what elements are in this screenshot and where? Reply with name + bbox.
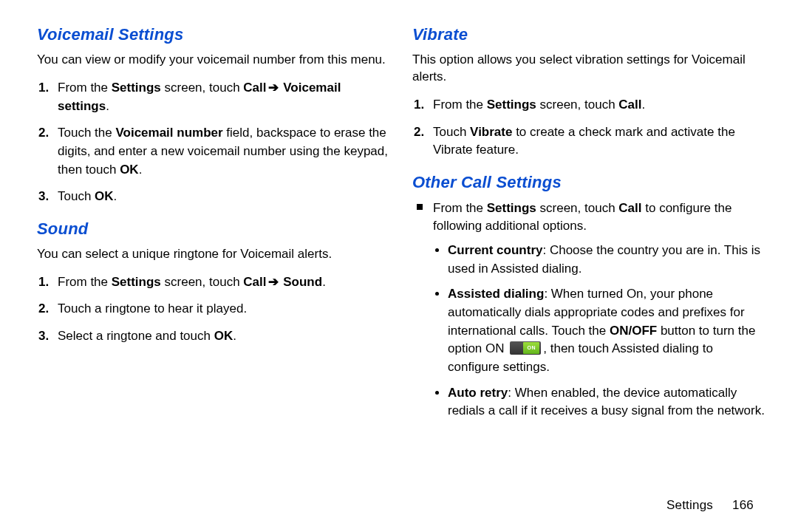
text: screen, touch (536, 201, 619, 215)
voicemail-step-2: Touch the Voicemail number field, backsp… (37, 124, 390, 179)
voicemail-step-3: Touch OK. (37, 188, 390, 206)
text-bold: Settings (112, 81, 161, 95)
manual-page: Voicemail Settings You can view or modif… (0, 0, 798, 532)
sound-intro: You can select a unique ringtone for Voi… (37, 246, 390, 263)
text-bold: Vibrate (470, 125, 512, 139)
left-column: Voicemail Settings You can view or modif… (37, 25, 390, 517)
text: . (642, 98, 646, 112)
text-bold: Sound (283, 275, 322, 289)
text-bold: Call (243, 81, 266, 95)
text: screen, touch (161, 275, 244, 289)
vibrate-step-2: Touch Vibrate to create a check mark and… (412, 123, 765, 160)
text: . (106, 99, 109, 113)
page-footer: Settings166 (666, 498, 754, 513)
text: Touch the (58, 126, 115, 140)
text-bold: Current country (448, 243, 542, 257)
bullet-auto-retry: Auto retry: When enabled, the device aut… (448, 384, 765, 420)
text: . (322, 275, 326, 289)
text: Select a ringtone and touch (58, 329, 214, 343)
sound-step-1: From the Settings screen, touch Call➔ So… (37, 273, 390, 292)
text-bold: ON/OFF (610, 324, 657, 338)
vibrate-step-1: From the Settings screen, touch Call. (412, 96, 765, 115)
text: From the (433, 98, 487, 112)
text-bold: OK (214, 329, 233, 343)
on-off-toggle-icon (510, 341, 541, 355)
text-bold: Settings (487, 201, 536, 215)
vibrate-steps: From the Settings screen, touch Call. To… (412, 96, 765, 160)
voicemail-intro: You can view or modify your voicemail nu… (37, 52, 390, 69)
heading-vibrate: Vibrate (412, 25, 765, 44)
sound-step-2: Touch a ringtone to hear it played. (37, 300, 390, 318)
text: Touch (433, 125, 470, 139)
bullet-assisted-dialing: Assisted dialing: When turned On, your p… (448, 285, 765, 376)
text: From the (433, 201, 487, 215)
heading-other-call-settings: Other Call Settings (412, 173, 765, 192)
text-bold: Auto retry (448, 386, 508, 400)
text-bold: Call (618, 98, 641, 112)
text: . (233, 329, 236, 343)
text-bold: Call (243, 275, 266, 289)
other-call-bullets: Current country: Choose the country you … (433, 242, 765, 420)
right-column: Vibrate This option allows you select vi… (412, 25, 765, 517)
text: Touch (58, 189, 95, 203)
sound-steps: From the Settings screen, touch Call➔ So… (37, 273, 390, 346)
heading-voicemail-settings: Voicemail Settings (37, 25, 390, 44)
text: From the (58, 275, 112, 289)
text: From the (58, 81, 112, 95)
text: screen, touch (161, 81, 244, 95)
text: screen, touch (536, 98, 619, 112)
arrow-icon: ➔ (267, 275, 280, 289)
sound-step-3: Select a ringtone and touch OK. (37, 327, 390, 346)
text-bold: OK (120, 163, 139, 177)
text-bold: Settings (112, 275, 161, 289)
page-number: 166 (732, 498, 754, 513)
voicemail-step-1: From the Settings screen, touch Call➔ Vo… (37, 79, 390, 115)
footer-section-label: Settings (666, 498, 713, 512)
text-bold: OK (95, 189, 114, 203)
text-bold: Call (618, 201, 641, 215)
vibrate-intro: This option allows you select vibration … (412, 52, 765, 86)
voicemail-steps: From the Settings screen, touch Call➔ Vo… (37, 79, 390, 206)
arrow-icon: ➔ (267, 81, 280, 95)
heading-sound: Sound (37, 219, 390, 239)
bullet-current-country: Current country: Choose the country you … (448, 242, 765, 278)
text-bold: Assisted dialing (448, 287, 544, 301)
other-call-lead-list: From the Settings screen, touch Call to … (412, 200, 765, 420)
other-call-lead: From the Settings screen, touch Call to … (412, 200, 765, 420)
text-bold: Settings (487, 98, 536, 112)
text: . (114, 189, 117, 203)
text: . (139, 163, 143, 177)
text-bold: Voicemail number (115, 126, 222, 140)
